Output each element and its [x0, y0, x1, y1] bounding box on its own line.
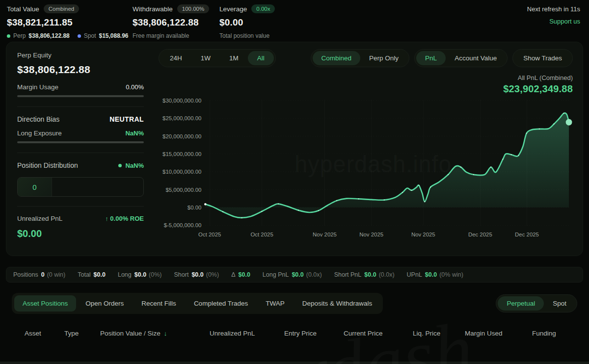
tab-completed-trades[interactable]: Completed Trades — [186, 295, 256, 312]
total-value-label: Total Value — [7, 5, 39, 13]
withdrawable-sub: Free margin available — [133, 32, 219, 39]
perp-value: $38,806,122.88 — [28, 32, 69, 39]
col-position-value-size[interactable]: Position Value / Size↓ — [100, 330, 210, 337]
svg-text:$30,000,000.00: $30,000,000.00 — [162, 97, 201, 104]
metric-pnl-button[interactable]: PnL — [416, 51, 446, 65]
spot-button[interactable]: Spot — [544, 296, 575, 311]
stats-item: UPnL$0.0(0% win) — [407, 271, 463, 278]
svg-text:Dec 2025: Dec 2025 — [468, 231, 492, 237]
svg-text:Nov 2025: Nov 2025 — [359, 231, 383, 237]
tabs-row: Asset Positions Open Orders Recent Fills… — [12, 293, 577, 314]
combined-badge: Combined — [44, 4, 79, 13]
refresh-countdown: Next refresh in 11s — [527, 5, 580, 13]
section-tabs: Asset Positions Open Orders Recent Fills… — [12, 293, 383, 314]
stats-item: Short$0.0(0%) — [174, 271, 219, 278]
range-selector: 24H 1W 1M All — [159, 49, 276, 67]
metric-selector: PnL Account Value — [414, 49, 508, 67]
col-margin-used[interactable]: Margin Used — [465, 330, 532, 337]
stats-item: Long$0.0(0%) — [118, 271, 162, 278]
distribution-zero-segment: 0 — [18, 178, 52, 196]
position-distribution-section: Position Distribution NaN% 0 — [17, 153, 144, 207]
svg-text:$5,000,000.00: $5,000,000.00 — [165, 186, 201, 192]
distribution-dot-icon — [118, 164, 122, 167]
col-current-price[interactable]: Current Price — [344, 330, 413, 337]
mode-perp-only-button[interactable]: Perp Only — [360, 51, 407, 65]
direction-bias-label: Direction Bias — [17, 115, 59, 123]
direction-bias-value: NEUTRAL — [109, 115, 144, 123]
svg-text:Nov 2025: Nov 2025 — [313, 231, 337, 237]
col-unrealized-pnl[interactable]: Unrealized PnL — [210, 330, 284, 337]
svg-text:$20,000,000.00: $20,000,000.00 — [162, 132, 201, 139]
mode-selector: Combined Perp Only — [311, 49, 410, 67]
leverage-badge: 0.00x — [251, 4, 275, 13]
unrealized-pnl-label: Unrealized PnL — [17, 215, 62, 222]
show-trades-button[interactable]: Show Trades — [514, 51, 571, 65]
svg-text:$-5,000,000.00: $-5,000,000.00 — [164, 222, 202, 228]
col-liq-price[interactable]: Liq. Price — [413, 330, 465, 337]
col-funding[interactable]: Funding — [532, 330, 577, 337]
long-exposure-label: Long Exposure — [17, 130, 62, 137]
svg-text:Oct 2025: Oct 2025 — [250, 231, 273, 237]
spot-dot-icon — [78, 34, 81, 38]
top-bar: Total Value Combined $38,821,211.85 Perp… — [0, 0, 589, 39]
long-exposure-value: NaN% — [125, 130, 144, 137]
tab-twap[interactable]: TWAP — [257, 295, 293, 312]
long-exposure-bar — [17, 141, 144, 143]
tab-deposits-withdrawals[interactable]: Deposits & Withdrawals — [294, 295, 381, 312]
svg-text:Dec 2025: Dec 2025 — [515, 231, 539, 237]
position-distribution-value: NaN% — [125, 162, 144, 169]
perpetual-button[interactable]: Perpetual — [498, 296, 544, 311]
margin-usage-value: 0.00% — [126, 83, 144, 91]
tab-asset-positions[interactable]: Asset Positions — [14, 295, 76, 312]
account-sidebar: Perp Equity $38,806,122.88 Margin Usage … — [6, 42, 155, 256]
chart-section: 24H 1W 1M All Combined Perp Only PnL Acc… — [155, 42, 583, 256]
metric-account-value-button[interactable]: Account Value — [446, 51, 506, 65]
withdrawable-amount: $38,806,122.88 — [133, 17, 219, 28]
stats-item: Long PnL$0.0(0.0x) — [263, 271, 322, 278]
pnl-summary-label: All PnL (Combined) — [159, 74, 573, 81]
range-1m-button[interactable]: 1M — [220, 51, 248, 65]
perp-equity-label: Perp Equity — [17, 52, 144, 59]
market-type-selector: Perpetual Spot — [496, 294, 577, 312]
position-distribution-chart: 0 — [17, 177, 144, 197]
tab-open-orders[interactable]: Open Orders — [77, 295, 132, 312]
stats-item: Short PnL$0.0(0.0x) — [334, 271, 395, 278]
main-panel: Perp Equity $38,806,122.88 Margin Usage … — [6, 42, 583, 256]
withdrawable-badge: 100.00% — [177, 4, 209, 13]
col-entry-price[interactable]: Entry Price — [284, 330, 344, 337]
range-1w-button[interactable]: 1W — [191, 51, 220, 65]
range-24h-button[interactable]: 24H — [161, 51, 191, 65]
leverage-label: Leverage — [219, 5, 247, 13]
stats-item: Total$0.0 — [78, 271, 106, 278]
show-trades-group: Show Trades — [512, 49, 573, 67]
perp-label: Perp — [13, 32, 26, 39]
col-type[interactable]: Type — [64, 330, 100, 337]
perp-equity-value: $38,806,122.88 — [17, 64, 144, 76]
svg-text:hyperdash.info: hyperdash.info — [294, 151, 452, 178]
svg-text:$0.00: $0.00 — [187, 204, 202, 210]
margin-usage-label: Margin Usage — [17, 83, 58, 91]
col-asset[interactable]: Asset — [25, 330, 64, 337]
total-value-amount: $38,821,211.85 — [7, 17, 133, 28]
mode-combined-button[interactable]: Combined — [313, 51, 361, 65]
pnl-chart[interactable]: Oct 2025Oct 2025Nov 2025Nov 2025Nov 2025… — [159, 96, 573, 239]
unrealized-pnl-value: $0.00 — [17, 228, 144, 239]
stats-bar: Positions0(0 win)Total$0.0Long$0.0(0%)Sh… — [6, 267, 583, 283]
perp-equity-section: Perp Equity $38,806,122.88 Margin Usage … — [17, 43, 144, 107]
range-all-button[interactable]: All — [248, 51, 274, 65]
leverage-block: Leverage 0.00x $0.00 Total position valu… — [219, 4, 275, 39]
stats-item: Δ$0.0 — [231, 271, 250, 278]
tab-recent-fills[interactable]: Recent Fills — [133, 295, 185, 312]
leverage-amount: $0.00 — [219, 17, 275, 28]
spot-value: $15,088.96 — [99, 32, 128, 39]
position-distribution-label: Position Distribution — [17, 161, 78, 169]
withdrawable-label: Withdrawable — [133, 5, 173, 13]
leverage-sub: Total position value — [219, 32, 275, 39]
svg-text:Oct 2025: Oct 2025 — [198, 231, 221, 237]
positions-table-header: Asset Type Position Value / Size↓ Unreal… — [12, 330, 577, 337]
unrealized-pnl-section: Unrealized PnL ↑ 0.00% ROE $0.00 — [17, 207, 144, 249]
support-us-link[interactable]: Support us — [527, 18, 580, 25]
svg-text:$15,000,000.00: $15,000,000.00 — [162, 151, 201, 157]
svg-text:$10,000,000.00: $10,000,000.00 — [162, 168, 201, 175]
pnl-summary-value: $23,902,349.88 — [159, 83, 573, 95]
